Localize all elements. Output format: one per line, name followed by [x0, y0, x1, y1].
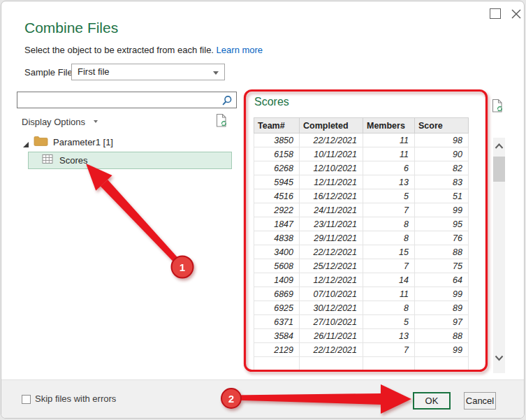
table-cell: 22/12/2021	[300, 133, 363, 147]
table-cell: 98	[415, 133, 469, 147]
table-cell: 3400	[254, 245, 300, 259]
table-cell: 5	[363, 189, 415, 203]
table-cell	[415, 357, 469, 371]
table-row: 292224/11/2021799	[254, 203, 469, 217]
maximize-icon[interactable]	[490, 8, 501, 19]
table-cell: 76	[415, 231, 469, 245]
chevron-down-icon	[94, 120, 98, 123]
table-cell: 88	[415, 245, 469, 259]
close-icon[interactable]	[509, 7, 523, 21]
table-cell: 10/11/2021	[300, 147, 363, 161]
refresh-preview-icon[interactable]	[215, 113, 228, 131]
preview-table-container: Team#CompletedMembersScore 385022/12/202…	[254, 117, 469, 371]
table-cell: 6158	[254, 147, 300, 161]
table-cell: 99	[415, 287, 469, 301]
chevron-down-icon	[213, 71, 219, 75]
table-cell: 30/12/2021	[300, 301, 363, 315]
table-cell: 8	[363, 217, 415, 231]
vertical-scrollbar[interactable]	[493, 138, 505, 373]
table-cell	[363, 357, 415, 371]
table-cell: 2922	[254, 203, 300, 217]
table-cell: 88	[415, 329, 469, 343]
table-cell: 4516	[254, 189, 300, 203]
scroll-down-icon[interactable]	[493, 352, 505, 367]
table-cell: 22/12/2021	[300, 245, 363, 259]
display-options-label: Display Options	[22, 117, 85, 127]
table-cell: 24/11/2021	[300, 203, 363, 217]
table-cell: 99	[415, 203, 469, 217]
table-cell: 11	[363, 147, 415, 161]
table-cell: 1847	[254, 217, 300, 231]
table-cell: 51	[415, 189, 469, 203]
combine-files-dialog-screen: Combine Files Select the object to be ex…	[0, 0, 526, 420]
table-cell: 11	[363, 287, 415, 301]
table-cell: 4838	[254, 231, 300, 245]
display-options-dropdown[interactable]: Display Options	[22, 117, 98, 127]
dialog-subtitle: Select the object to be extracted from e…	[24, 45, 263, 55]
table-cell: 3850	[254, 133, 300, 147]
tree-expander-icon[interactable]	[22, 138, 29, 151]
table-cell: 7	[363, 203, 415, 217]
table-cell: 8	[363, 231, 415, 245]
scrollbar-thumb[interactable]	[493, 157, 505, 182]
sample-file-dropdown[interactable]: First file	[71, 64, 225, 80]
cancel-button[interactable]: Cancel	[464, 392, 496, 410]
table-cell: 13	[363, 329, 415, 343]
table-column-header: Team#	[254, 118, 300, 133]
table-cell: 95	[415, 217, 469, 231]
table-cell: 2129	[254, 343, 300, 357]
table-row: 615810/11/20211190	[254, 147, 469, 161]
skip-files-checkbox[interactable]	[22, 395, 31, 404]
table-cell: 07/10/2021	[300, 287, 363, 301]
table-row: 686907/10/20211199	[254, 287, 469, 301]
table-cell: 75	[415, 259, 469, 273]
table-cell: 6869	[254, 287, 300, 301]
table-column-header: Score	[415, 118, 469, 133]
page-title: Combine Files	[24, 20, 118, 36]
combine-files-dialog: Combine Files Select the object to be ex…	[1, 1, 525, 419]
table-cell: 5	[363, 315, 415, 329]
table-cell: 13	[363, 175, 415, 189]
table-cell: 27/10/2021	[300, 315, 363, 329]
table-cell: 6371	[254, 315, 300, 329]
table-cell: 5945	[254, 175, 300, 189]
tree-root-label: Parameter1 [1]	[53, 137, 113, 147]
subtitle-text: Select the object to be extracted from e…	[24, 45, 214, 55]
preview-table: Team#CompletedMembersScore 385022/12/202…	[254, 117, 469, 371]
skip-files-label: Skip files with errors	[35, 393, 116, 404]
table-cell: 23/11/2021	[300, 217, 363, 231]
preview-title: Scores	[254, 96, 289, 108]
table-column-header: Members	[363, 118, 415, 133]
table-row: 594512/11/20211383	[254, 175, 469, 189]
table-row: 451616/12/2021551	[254, 189, 469, 203]
folder-icon	[34, 135, 48, 150]
search-icon[interactable]	[221, 95, 233, 109]
tree-item-scores[interactable]: Scores	[28, 152, 232, 169]
table-cell: 64	[415, 273, 469, 287]
refresh-preview-icon[interactable]	[491, 99, 504, 116]
table-row: 212922/12/2021799	[254, 343, 469, 357]
search-box	[17, 92, 237, 108]
table-row: 483829/11/2021876	[254, 231, 469, 245]
search-input[interactable]	[20, 93, 216, 107]
table-cell: 6	[363, 161, 415, 175]
table-body: 385022/12/20211198615810/11/202111906268…	[254, 133, 469, 371]
table-row	[254, 357, 469, 371]
ok-button[interactable]: OK	[413, 392, 451, 410]
table-row: 140912/12/20211464	[254, 273, 469, 287]
table-cell: 3584	[254, 329, 300, 343]
table-cell: 5608	[254, 259, 300, 273]
table-cell: 99	[415, 343, 469, 357]
learn-more-link[interactable]: Learn more	[217, 45, 263, 55]
table-cell: 12/10/2021	[300, 161, 363, 175]
table-cell: 7	[363, 259, 415, 273]
dialog-footer: Skip files with errors OK Cancel	[1, 379, 525, 419]
scroll-up-icon[interactable]	[493, 140, 505, 155]
table-cell: 8	[363, 301, 415, 315]
table-cell: 6925	[254, 301, 300, 315]
sample-file-label: Sample File:	[24, 67, 75, 78]
table-cell	[300, 357, 363, 371]
table-row: 358426/11/20211388	[254, 329, 469, 343]
table-cell: 12/11/2021	[300, 175, 363, 189]
table-cell: 97	[415, 315, 469, 329]
